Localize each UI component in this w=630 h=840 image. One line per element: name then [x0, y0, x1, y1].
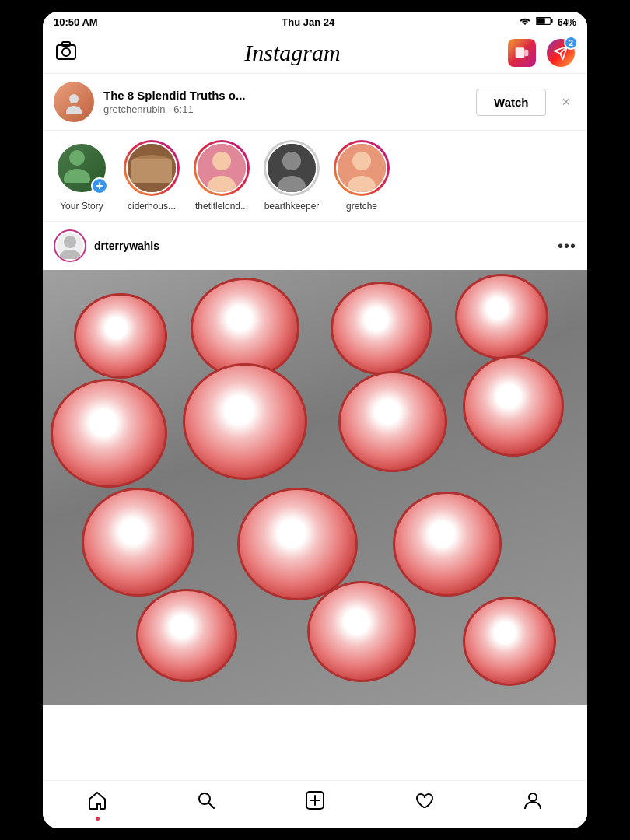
- post-user-info[interactable]: drterrywahls: [54, 229, 159, 262]
- heart-icon: [414, 790, 434, 816]
- banner-close-button[interactable]: ×: [555, 91, 576, 114]
- story-item[interactable]: thetitlelond...: [194, 140, 250, 212]
- app-header: Instagram 2: [43, 33, 587, 74]
- nav-add[interactable]: [305, 790, 325, 816]
- story-label: thetitlelond...: [195, 201, 248, 212]
- svg-point-8: [69, 94, 79, 103]
- instagram-logo: Instagram: [244, 40, 340, 66]
- story-label: bearthkeeper: [264, 201, 320, 212]
- svg-point-11: [64, 169, 90, 183]
- add-story-button[interactable]: +: [91, 177, 108, 194]
- watch-button[interactable]: Watch: [476, 89, 546, 116]
- story-avatar-image: [336, 142, 387, 194]
- nav-search[interactable]: [196, 790, 216, 816]
- notification-badge: 2: [564, 36, 578, 50]
- profile-icon: [523, 790, 543, 816]
- svg-line-26: [209, 803, 215, 809]
- bottom-navigation: [43, 780, 587, 828]
- svg-point-18: [282, 152, 301, 170]
- status-time: 10:50 AM: [54, 16, 98, 28]
- svg-point-30: [529, 793, 537, 801]
- stories-row: + Your Story ciderhous...: [43, 131, 587, 222]
- story-item[interactable]: gretche: [334, 140, 390, 212]
- status-date: Thu Jan 24: [282, 16, 334, 28]
- battery-icon: [536, 16, 553, 28]
- post-username: drterrywahls: [94, 240, 159, 252]
- notification-banner: The 8 Splendid Truths o... gretchenrubin…: [43, 74, 587, 131]
- add-icon: [305, 790, 325, 816]
- story-avatar-image: [126, 142, 177, 194]
- svg-rect-6: [516, 47, 525, 58]
- svg-point-4: [62, 48, 70, 56]
- svg-rect-1: [551, 19, 552, 23]
- svg-point-15: [212, 152, 231, 170]
- story-item[interactable]: bearthkeeper: [264, 140, 320, 212]
- story-ring: [194, 140, 250, 196]
- story-label: Your Story: [60, 201, 103, 212]
- status-bar: 10:50 AM Thu Jan 24 64%: [43, 12, 587, 33]
- nav-heart[interactable]: [414, 790, 434, 816]
- story-avatar-wrap: [194, 140, 250, 196]
- camera-icon[interactable]: [55, 40, 77, 65]
- svg-point-21: [352, 152, 371, 170]
- post-menu-button[interactable]: •••: [558, 237, 576, 255]
- story-label: ciderhous...: [128, 201, 176, 212]
- banner-username: gretchenrubin: [103, 103, 166, 115]
- story-avatar-wrap: [124, 140, 180, 196]
- story-avatar-wrap: [334, 140, 390, 196]
- post-photo: [43, 270, 587, 705]
- svg-rect-3: [57, 45, 75, 59]
- active-indicator: [96, 817, 100, 821]
- story-item[interactable]: ciderhous...: [124, 140, 180, 212]
- battery-percent: 64%: [558, 17, 576, 28]
- svg-point-9: [66, 106, 82, 114]
- story-avatar-wrap: +: [54, 140, 110, 196]
- story-ring: [264, 140, 320, 196]
- post-avatar-image: [57, 233, 83, 259]
- svg-rect-5: [62, 42, 70, 46]
- story-ring: [124, 140, 180, 196]
- story-label: gretche: [346, 201, 377, 212]
- story-avatar-image: [196, 142, 247, 194]
- search-icon: [196, 790, 216, 816]
- banner-subtitle: gretchenrubin · 6:11: [103, 103, 467, 115]
- post-image: [43, 270, 587, 705]
- banner-title: The 8 Splendid Truths o...: [103, 89, 321, 102]
- home-icon: [87, 790, 107, 816]
- nav-profile[interactable]: [523, 790, 543, 816]
- igtv-button[interactable]: [508, 39, 536, 67]
- banner-duration: 6:11: [173, 103, 193, 115]
- story-avatar-image: [266, 142, 317, 194]
- post-avatar: [54, 229, 86, 262]
- svg-point-23: [64, 236, 76, 248]
- banner-info: The 8 Splendid Truths o... gretchenrubin…: [103, 89, 467, 115]
- nav-home[interactable]: [87, 790, 107, 816]
- svg-rect-2: [537, 18, 545, 23]
- banner-avatar: [54, 82, 94, 122]
- svg-rect-13: [131, 159, 172, 183]
- svg-rect-7: [524, 50, 528, 56]
- svg-point-24: [59, 250, 81, 259]
- story-avatar-wrap: [264, 140, 320, 196]
- story-item[interactable]: + Your Story: [54, 140, 110, 212]
- notifications-button[interactable]: 2: [547, 39, 575, 67]
- post-header: drterrywahls •••: [43, 222, 587, 270]
- story-ring: [334, 140, 390, 196]
- wifi-icon: [519, 16, 531, 28]
- svg-point-10: [69, 150, 85, 166]
